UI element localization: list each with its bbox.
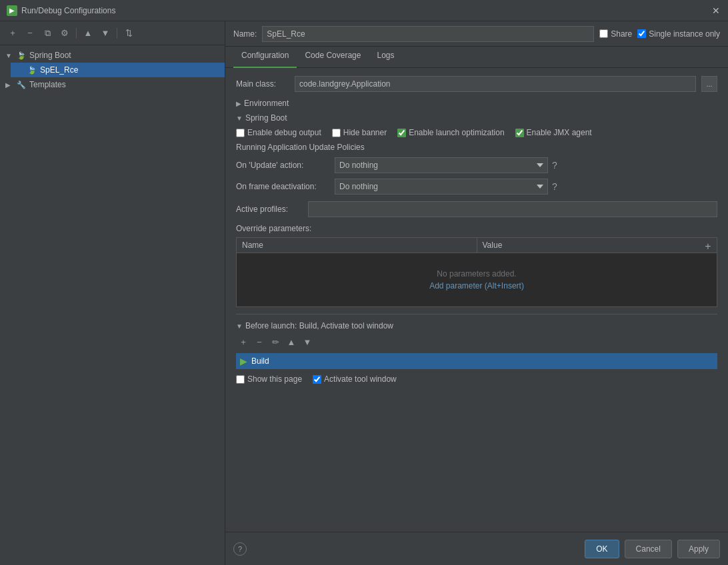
expand-arrow-templates: ▶ <box>5 81 13 89</box>
on-frame-deactivation-wrap: Do nothing Update classes and resources … <box>335 179 717 195</box>
sidebar-item-spring-boot[interactable]: ▼ 🍃 Spring Boot <box>0 48 225 63</box>
spring-boot-children: 🍃 SpEL_Rce <box>0 63 225 77</box>
help-button[interactable]: ? <box>233 542 247 556</box>
down-config-button[interactable]: ▼ <box>98 26 113 41</box>
environment-arrow: ▶ <box>236 100 241 107</box>
bl-up-button[interactable]: ▲ <box>284 334 299 349</box>
footer-right: OK Cancel Apply <box>585 540 720 558</box>
active-profiles-row: Active profiles: <box>236 201 717 217</box>
footer: ? OK Cancel Apply <box>225 532 728 565</box>
copy-config-button[interactable]: ⧉ <box>40 26 55 41</box>
hide-banner-label: Hide banner <box>343 128 387 137</box>
activate-tool-window-label: Activate tool window <box>324 374 397 384</box>
sidebar-toolbar: + − ⧉ ⚙ ▲ ▼ ⇅ <box>0 21 225 45</box>
tabs-bar: Configuration Code Coverage Logs <box>225 47 728 68</box>
expand-arrow-spring-boot: ▼ <box>5 52 13 59</box>
on-frame-deactivation-select[interactable]: Do nothing Update classes and resources … <box>335 179 548 195</box>
tab-code-coverage[interactable]: Code Coverage <box>297 47 369 68</box>
before-launch-toolbar: + − ✏ ▲ ▼ <box>236 334 717 349</box>
spel-rce-icon: 🍃 <box>27 65 37 75</box>
environment-section: ▶ Environment <box>236 99 717 108</box>
environment-label: Environment <box>244 99 289 108</box>
params-add-shortcut: (Alt+Insert) <box>485 281 524 290</box>
spring-boot-section-header[interactable]: ▼ Spring Boot <box>236 113 717 123</box>
enable-launch-optimization-checkbox[interactable] <box>397 129 406 137</box>
main-layout: + − ⧉ ⚙ ▲ ▼ ⇅ ▼ 🍃 Spring Boot 🍃 SpEL_Rce <box>0 21 728 565</box>
settings-config-button[interactable]: ⚙ <box>57 26 72 41</box>
single-instance-group: Single instance only <box>637 29 720 39</box>
content-panel: Name: Share Single instance only Configu… <box>225 21 728 565</box>
sort-config-button[interactable]: ⇅ <box>121 26 136 41</box>
show-this-page-group: Show this page <box>236 374 302 384</box>
enable-jmx-agent-group: Enable JMX agent <box>515 128 592 137</box>
ok-button[interactable]: OK <box>585 540 619 558</box>
override-params-section: Override parameters: Name Value No param… <box>236 224 717 307</box>
build-label: Build <box>251 356 269 366</box>
remove-config-button[interactable]: − <box>23 26 37 41</box>
single-instance-label: Single instance only <box>649 29 720 39</box>
main-class-browse-button[interactable]: ... <box>701 76 717 92</box>
spring-boot-section-label: Spring Boot <box>245 113 287 123</box>
spring-boot-checkboxes: Enable debug output Hide banner Enable l… <box>236 128 717 137</box>
bl-remove-button[interactable]: − <box>252 334 267 349</box>
sidebar-item-spel-rce[interactable]: 🍃 SpEL_Rce <box>11 63 225 77</box>
up-config-button[interactable]: ▲ <box>81 26 95 41</box>
on-update-help-icon[interactable]: ? <box>552 160 557 171</box>
bl-edit-button[interactable]: ✏ <box>268 334 283 349</box>
on-update-action-select[interactable]: Do nothing Update classes and resources … <box>335 157 548 173</box>
on-update-action-wrap: Do nothing Update classes and resources … <box>335 157 717 173</box>
on-update-action-label: On 'Update' action: <box>236 161 329 170</box>
show-this-page-checkbox[interactable] <box>236 375 245 384</box>
params-add-link[interactable]: Add parameter (Alt+Insert) <box>429 281 524 290</box>
enable-jmx-agent-checkbox[interactable] <box>515 129 524 137</box>
params-empty-text: No parameters added. <box>437 269 516 279</box>
cancel-button[interactable]: Cancel <box>625 540 672 558</box>
params-col-value: Value <box>477 238 717 253</box>
before-launch-header[interactable]: ▼ Before launch: Build, Activate tool wi… <box>236 321 717 330</box>
hide-banner-group: Hide banner <box>332 128 387 137</box>
params-table-header: Name Value <box>237 238 717 253</box>
params-add-button[interactable]: + <box>701 239 715 254</box>
sidebar-item-templates[interactable]: ▶ 🔧 Templates <box>0 77 225 92</box>
templates-icon: 🔧 <box>16 79 27 90</box>
override-params-label: Override parameters: <box>236 224 717 233</box>
params-table-body: No parameters added. Add parameter (Alt+… <box>237 253 717 306</box>
params-table-wrap: Name Value No parameters added. Add para… <box>236 237 717 307</box>
hide-banner-checkbox[interactable] <box>332 129 341 137</box>
bottom-checkboxes: Show this page Activate tool window <box>236 374 717 384</box>
policies-section: Running Application Update Policies On '… <box>236 143 717 195</box>
bl-down-button[interactable]: ▼ <box>300 334 315 349</box>
main-class-label: Main class: <box>236 79 289 89</box>
toolbar-separator <box>76 28 77 39</box>
footer-left: ? <box>233 542 247 556</box>
active-profiles-label: Active profiles: <box>236 205 303 214</box>
on-frame-deactivation-help-icon[interactable]: ? <box>552 181 557 192</box>
close-button[interactable]: ✕ <box>712 6 721 15</box>
name-input[interactable] <box>262 26 594 42</box>
params-col-name: Name <box>237 238 477 253</box>
apply-button[interactable]: Apply <box>677 540 720 558</box>
policies-title: Running Application Update Policies <box>236 143 717 152</box>
bl-add-button[interactable]: + <box>236 334 251 349</box>
main-class-row: Main class: ... <box>236 76 717 92</box>
single-instance-checkbox[interactable] <box>637 29 646 38</box>
name-label: Name: <box>233 29 257 39</box>
on-frame-deactivation-label: On frame deactivation: <box>236 182 329 191</box>
enable-debug-output-group: Enable debug output <box>236 128 321 137</box>
activate-tool-window-checkbox[interactable] <box>313 375 321 384</box>
environment-header[interactable]: ▶ Environment <box>236 99 717 108</box>
active-profiles-input[interactable] <box>308 201 717 217</box>
spring-boot-section: ▼ Spring Boot Enable debug output Hide b… <box>236 113 717 195</box>
title-bar-title: Run/Debug Configurations <box>21 6 115 15</box>
on-frame-deactivation-row: On frame deactivation: Do nothing Update… <box>236 179 717 195</box>
title-bar-left: ▶ Run/Debug Configurations <box>7 5 115 16</box>
config-content: Main class: ... ▶ Environment ▼ Spring B… <box>225 68 728 532</box>
name-bar: Name: Share Single instance only <box>225 21 728 47</box>
add-config-button[interactable]: + <box>5 26 20 41</box>
tab-configuration[interactable]: Configuration <box>233 47 297 68</box>
enable-debug-output-checkbox[interactable] <box>236 129 245 137</box>
tab-logs[interactable]: Logs <box>369 47 402 68</box>
params-add-text: Add parameter <box>429 281 482 290</box>
share-checkbox[interactable] <box>599 29 608 38</box>
main-class-input[interactable] <box>295 76 696 92</box>
